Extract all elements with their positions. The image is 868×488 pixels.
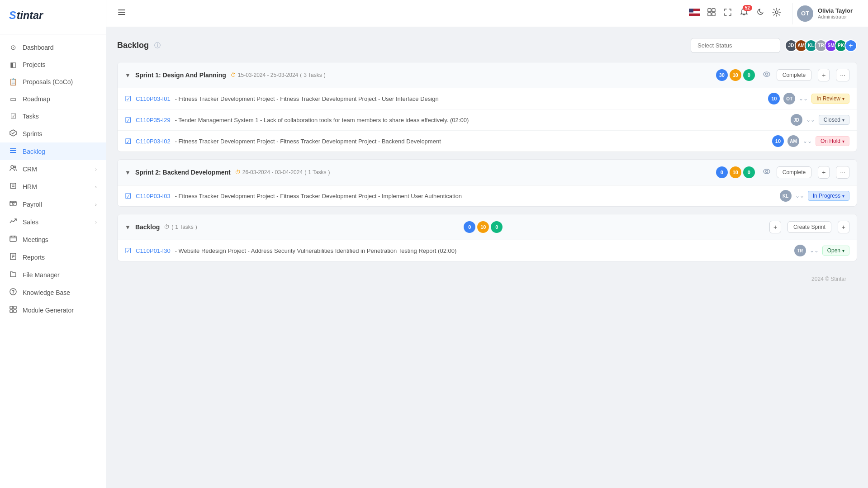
sidebar-label-backlog: Backlog: [23, 148, 45, 155]
sidebar-nav: ⊙ Dashboard ◧ Projects 📋 Proposals (CoCo…: [0, 34, 106, 488]
svg-rect-4: [10, 150, 16, 151]
settings-icon[interactable]: [772, 8, 781, 19]
sprint-1-eye-icon[interactable]: [763, 71, 770, 80]
sidebar-label-projects: Projects: [23, 61, 46, 68]
sidebar-label-hrm: HRM: [23, 183, 37, 190]
status-badge[interactable]: Closed ▾: [819, 115, 849, 125]
sidebar-item-tasks[interactable]: ☑ Tasks: [0, 108, 106, 125]
sidebar-item-sprints[interactable]: Sprints: [0, 125, 106, 142]
notifications-icon[interactable]: 52: [740, 8, 749, 19]
table-row: ☑ C110P03-I02 - Fitness Tracker Developm…: [118, 131, 857, 152]
sidebar-item-crm[interactable]: CRM ›: [0, 160, 106, 178]
task-id[interactable]: C110P03-I02: [136, 138, 171, 145]
sidebar-item-payroll[interactable]: Payroll ›: [0, 195, 106, 213]
svg-point-7: [14, 166, 16, 168]
sprint-1-add-button[interactable]: +: [818, 69, 830, 81]
projects-icon: ◧: [9, 61, 17, 69]
crm-icon: [9, 165, 17, 173]
backlog-extra-button[interactable]: +: [838, 221, 849, 233]
task-expand-icon[interactable]: ⌄⌄: [795, 193, 804, 199]
task-expand-icon[interactable]: ⌄⌄: [806, 117, 815, 123]
sidebar-label-dashboard: Dashboard: [23, 44, 54, 51]
svg-rect-26: [708, 13, 711, 16]
info-icon[interactable]: ⓘ: [154, 42, 161, 50]
sidebar-item-meetings[interactable]: Meetings: [0, 231, 106, 248]
sprint-1-more-button[interactable]: ···: [836, 69, 849, 81]
page-title: Backlog: [117, 41, 149, 50]
svg-point-28: [775, 11, 778, 14]
svg-rect-9: [10, 201, 16, 206]
task-checkbox[interactable]: ☑: [125, 95, 131, 103]
task-expand-icon[interactable]: ⌄⌄: [799, 95, 808, 102]
sidebar-item-hrm[interactable]: HRM ›: [0, 178, 106, 195]
app-logo: S tintar: [9, 8, 97, 26]
reports-icon: [9, 253, 17, 261]
task-id[interactable]: C110P01-I30: [136, 247, 171, 254]
sprint-2-collapse[interactable]: ▼: [125, 169, 131, 176]
team-avatars: JD AM KL TR SM PK +: [785, 39, 857, 52]
status-badge[interactable]: On Hold ▾: [816, 136, 849, 146]
dark-mode-toggle[interactable]: [756, 8, 765, 19]
sprint-1-collapse[interactable]: ▼: [125, 72, 131, 79]
backlog-section-collapse[interactable]: ▼: [125, 224, 131, 231]
sales-chevron: ›: [95, 219, 97, 225]
svg-text:tintar: tintar: [17, 9, 44, 21]
status-badge[interactable]: Open ▾: [822, 246, 849, 256]
sprint-1-complete-button[interactable]: Complete: [777, 69, 811, 81]
apps-grid-icon[interactable]: [707, 8, 716, 19]
badge-blue-0: 0: [716, 166, 728, 178]
sidebar-item-module-generator[interactable]: Module Generator: [0, 301, 106, 319]
task-actions: TR ⌄⌄ Open ▾: [794, 245, 849, 256]
user-profile[interactable]: OT Olivia Taylor Administrator: [792, 3, 857, 24]
select-status-input[interactable]: [691, 38, 780, 53]
task-description: - Fitness Tracker Development Project - …: [175, 138, 768, 145]
task-description: - Website Redesign Project - Address Sec…: [175, 247, 790, 254]
task-description: - Fitness Tracker Development Project - …: [175, 193, 775, 199]
sidebar-item-dashboard[interactable]: ⊙ Dashboard: [0, 39, 106, 56]
task-checkbox[interactable]: ☑: [125, 246, 131, 255]
task-id[interactable]: C110P03-I03: [136, 193, 171, 199]
task-id[interactable]: C110P35-I29: [136, 117, 171, 123]
sidebar-item-knowledge-base[interactable]: Knowledge Base: [0, 284, 106, 301]
sprint-1-dates: ⏱ 15-03-2024 - 25-03-2024 (3 Tasks): [231, 72, 326, 78]
badge-orange-10: 10: [730, 166, 741, 178]
sprint-2-add-button[interactable]: +: [818, 166, 830, 179]
add-team-member-button[interactable]: +: [844, 39, 857, 52]
fullscreen-icon[interactable]: [723, 8, 732, 19]
task-checkbox[interactable]: ☑: [125, 192, 131, 200]
status-badge[interactable]: In Progress ▾: [808, 191, 849, 201]
proposals-icon: 📋: [9, 78, 17, 86]
task-expand-icon[interactable]: ⌄⌄: [803, 138, 812, 144]
sprint-2-title: Sprint 2: Backend Development: [135, 169, 231, 176]
sprint-2-more-button[interactable]: ···: [836, 166, 849, 179]
task-expand-icon[interactable]: ⌄⌄: [810, 247, 819, 254]
svg-rect-15: [10, 306, 13, 309]
sidebar-item-sales[interactable]: Sales ›: [0, 213, 106, 231]
sidebar-label-module-generator: Module Generator: [23, 307, 74, 314]
backlog-header-right: JD AM KL TR SM PK +: [691, 38, 857, 53]
meetings-icon: [9, 235, 17, 244]
menu-toggle[interactable]: [117, 8, 126, 19]
task-id[interactable]: C110P03-I01: [136, 95, 171, 102]
backlog-add-button[interactable]: +: [769, 221, 781, 233]
sidebar-item-file-manager[interactable]: File Manager: [0, 266, 106, 284]
sprint-2-eye-icon[interactable]: [763, 168, 770, 177]
sidebar-item-proposals[interactable]: 📋 Proposals (CoCo): [0, 73, 106, 90]
task-assignee-avatar: KL: [780, 190, 792, 202]
sidebar-item-roadmap[interactable]: ▭ Roadmap: [0, 90, 106, 108]
tasks-icon: ☑: [9, 112, 17, 120]
sprint-1-title: Sprint 1: Design And Planning: [135, 71, 226, 79]
sprint-2-complete-button[interactable]: Complete: [777, 166, 811, 178]
table-row: ☑ C110P03-I01 - Fitness Tracker Developm…: [118, 88, 857, 109]
sidebar-item-backlog[interactable]: Backlog: [0, 142, 106, 160]
task-assignee-avatar: TR: [794, 245, 806, 256]
sidebar-item-projects[interactable]: ◧ Projects: [0, 56, 106, 73]
sidebar-item-reports[interactable]: Reports: [0, 248, 106, 266]
create-sprint-button[interactable]: Create Sprint: [787, 221, 831, 233]
svg-text:S: S: [9, 9, 16, 21]
language-selector[interactable]: [689, 9, 700, 18]
task-description: - Fitness Tracker Development Project - …: [175, 95, 764, 102]
task-checkbox[interactable]: ☑: [125, 116, 131, 124]
task-checkbox[interactable]: ☑: [125, 137, 131, 146]
status-badge[interactable]: In Review ▾: [811, 94, 849, 104]
